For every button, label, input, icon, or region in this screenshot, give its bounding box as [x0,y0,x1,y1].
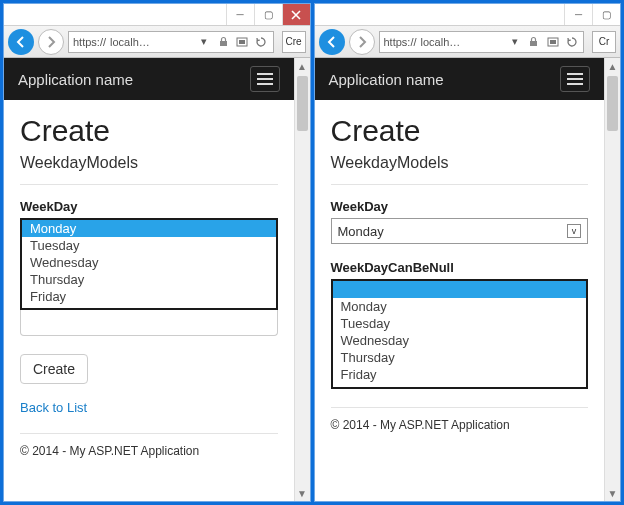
app-header: Application name [4,58,294,100]
weekday-nullable-option-friday[interactable]: Friday [333,366,587,383]
window-maximize-button[interactable]: ▢ [254,4,282,25]
window-close-button[interactable] [282,4,310,25]
vertical-scrollbar[interactable]: ▲ ▼ [294,58,310,501]
scroll-thumb[interactable] [607,76,618,131]
window-minimize-button[interactable]: ─ [226,4,254,25]
svg-rect-0 [220,41,227,46]
browser-tab[interactable]: Cr [592,31,616,53]
weekday-option-tuesday[interactable]: Tuesday [22,237,276,254]
url-host-text: localh… [421,36,461,48]
lock-icon [526,34,541,49]
scroll-down-icon[interactable]: ▼ [295,485,310,501]
scroll-thumb[interactable] [297,76,308,131]
weekday-option-friday[interactable]: Friday [22,288,276,305]
weekday-option-monday[interactable]: Monday [22,220,276,237]
arrow-left-icon [325,35,339,49]
page-footer: © 2014 - My ASP.NET Application [20,433,278,458]
arrow-left-icon [14,35,28,49]
app-title: Application name [329,71,444,88]
underlying-input [20,310,278,336]
page-heading: Create [331,114,589,148]
arrow-right-icon [355,35,369,49]
svg-rect-3 [530,41,537,46]
lock-icon [216,34,231,49]
weekday-option-wednesday[interactable]: Wednesday [22,254,276,271]
page-subheading: WeekdayModels [20,154,278,172]
app-header: Application name [315,58,605,100]
svg-rect-5 [550,40,556,44]
weekday-select-value: Monday [338,224,384,239]
weekday-nullable-option-monday[interactable]: Monday [333,298,587,315]
browser-toolbar: https:// localh… ▾ Cre [4,26,310,58]
scroll-up-icon[interactable]: ▲ [605,58,620,74]
url-scheme-text: https:// [384,36,417,48]
tab-label: Cr [599,36,610,47]
url-host-text: localh… [110,36,150,48]
weekday-nullable-label: WeekDayCanBeNull [331,260,589,275]
vertical-scrollbar[interactable]: ▲ ▼ [604,58,620,501]
weekday-listbox[interactable]: Monday Tuesday Wednesday Thursday Friday [20,218,278,310]
divider [20,184,278,185]
browser-window-right: ─ ▢ https:// localh… ▾ [314,3,622,502]
page-viewport: Application name Create WeekdayModels We… [315,58,605,501]
page-content: Create WeekdayModels WeekDay Monday Tues… [4,100,294,468]
compat-view-icon[interactable] [235,34,250,49]
weekday-label: WeekDay [20,199,278,214]
create-button[interactable]: Create [20,354,88,384]
scroll-up-icon[interactable]: ▲ [295,58,310,74]
url-scheme-text: https:// [73,36,106,48]
divider [331,184,589,185]
weekday-select[interactable]: Monday v [331,218,589,244]
close-icon [291,10,301,20]
weekday-nullable-option-thursday[interactable]: Thursday [333,349,587,366]
browser-window-left: ─ ▢ https:// localh… ▾ [3,3,311,502]
page-subheading: WeekdayModels [331,154,589,172]
tab-label: Cre [285,36,301,47]
weekday-nullable-option-tuesday[interactable]: Tuesday [333,315,587,332]
arrow-right-icon [44,35,58,49]
refresh-icon[interactable] [254,34,269,49]
window-titlebar: ─ ▢ [315,4,621,26]
window-maximize-button[interactable]: ▢ [592,4,620,25]
compat-view-icon[interactable] [545,34,560,49]
nav-back-button[interactable] [319,29,345,55]
nav-back-button[interactable] [8,29,34,55]
scroll-down-icon[interactable]: ▼ [605,485,620,501]
menu-toggle-button[interactable] [250,66,280,92]
weekday-option-thursday[interactable]: Thursday [22,271,276,288]
page-footer: © 2014 - My ASP.NET Application [331,407,589,432]
svg-rect-2 [239,40,245,44]
desktop-canvas: ─ ▢ https:// localh… ▾ [0,0,624,505]
refresh-icon[interactable] [564,34,579,49]
window-titlebar: ─ ▢ [4,4,310,26]
back-to-list-link[interactable]: Back to List [20,400,278,415]
browser-tab[interactable]: Cre [282,31,306,53]
search-dropdown-icon[interactable]: ▾ [507,34,522,49]
page-heading: Create [20,114,278,148]
search-dropdown-icon[interactable]: ▾ [197,34,212,49]
browser-toolbar: https:// localh… ▾ Cr [315,26,621,58]
page-viewport: Application name Create WeekdayModels We… [4,58,294,501]
weekday-nullable-option-wednesday[interactable]: Wednesday [333,332,587,349]
weekday-nullable-option-empty[interactable] [333,281,587,298]
nav-forward-button[interactable] [349,29,375,55]
weekday-label: WeekDay [331,199,589,214]
nav-forward-button[interactable] [38,29,64,55]
address-bar[interactable]: https:// localh… ▾ [379,31,585,53]
window-minimize-button[interactable]: ─ [564,4,592,25]
menu-toggle-button[interactable] [560,66,590,92]
page-content: Create WeekdayModels WeekDay Monday v We… [315,100,605,442]
app-title: Application name [18,71,133,88]
weekday-nullable-listbox[interactable]: Monday Tuesday Wednesday Thursday Friday [331,279,589,389]
address-bar[interactable]: https:// localh… ▾ [68,31,274,53]
chevron-down-icon: v [567,224,581,238]
